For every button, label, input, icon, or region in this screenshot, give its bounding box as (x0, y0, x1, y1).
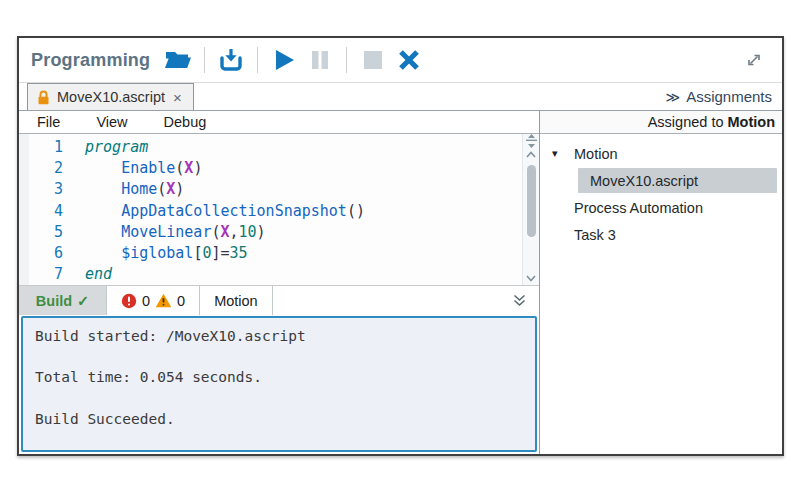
assignments-toggle[interactable]: ≫ Assignments (665, 88, 772, 105)
toolbar-separator (204, 47, 205, 73)
toolbar: Programming (19, 38, 782, 83)
line-number: 4 (29, 201, 63, 222)
pause-icon (309, 49, 331, 71)
code-text[interactable]: program Enable(X) Home(X) AppDataCollect… (77, 134, 522, 285)
screenshot-stage: Programming (0, 0, 800, 495)
tab-motion[interactable]: Motion (200, 286, 273, 315)
line-number: 3 (29, 179, 63, 200)
error-count: 0 (142, 293, 150, 309)
tree-item-label: Motion (574, 146, 618, 162)
editor-scrollbar[interactable] (522, 134, 539, 285)
tree-item-movex10-ascript[interactable]: MoveX10.ascript (578, 168, 777, 193)
line-number-gutter: 1234567 (29, 134, 77, 285)
assigned-to-target: Motion (727, 114, 775, 130)
code-line[interactable]: $iglobal[0]=35 (85, 243, 522, 264)
tree-item-motion[interactable]: ▾Motion (540, 140, 782, 167)
double-chevron-right-icon: ≫ (665, 89, 679, 105)
tab-errors-warnings[interactable]: 0 0 (107, 286, 200, 315)
open-button[interactable] (160, 44, 196, 76)
warning-triangle-icon (155, 293, 172, 308)
stop-button[interactable] (355, 44, 391, 76)
build-tab-label: Build (36, 293, 72, 309)
lock-icon (37, 90, 50, 105)
line-number: 1 (29, 137, 63, 158)
assignments-label: Assignments (686, 88, 772, 105)
line-number: 5 (29, 222, 63, 243)
toolbar-separator (346, 47, 347, 73)
error-circle-icon (121, 293, 137, 309)
tab-label: MoveX10.ascript (57, 89, 165, 105)
code-line[interactable]: AppDataCollectionSnapshot() (85, 201, 522, 222)
check-icon: ✓ (77, 293, 89, 309)
line-number: 2 (29, 158, 63, 179)
code-line[interactable]: Enable(X) (85, 158, 522, 179)
scroll-up-icon[interactable] (526, 148, 536, 161)
menu-file[interactable]: File (37, 114, 60, 130)
split-handle-icon[interactable] (526, 134, 537, 148)
code-line[interactable]: MoveLinear(X,10) (85, 222, 522, 243)
scrollbar-thumb[interactable] (527, 165, 536, 237)
assigned-to-header: Assigned to Motion (540, 111, 782, 134)
tab-close-icon[interactable]: × (172, 89, 183, 106)
tree-item-task-3[interactable]: Task 3 (540, 221, 782, 248)
build-output-log: Build started: /MoveX10.ascript Total ti… (21, 316, 537, 452)
main-area: File View Debug 1234567 program Enable(X… (19, 111, 782, 454)
output-tab-bar: Build ✓ 0 (19, 285, 539, 315)
editor-pane: File View Debug 1234567 program Enable(X… (19, 111, 540, 454)
save-tray-icon (218, 48, 244, 72)
collapse-panel-button[interactable] (512, 293, 527, 308)
tree-item-label: Task 3 (574, 227, 616, 243)
abort-button[interactable] (391, 44, 427, 76)
x-icon (397, 48, 421, 72)
assignments-tree: ▾MotionMoveX10.ascriptProcess Automation… (540, 134, 782, 248)
assignments-pane: Assigned to Motion ▾MotionMoveX10.ascrip… (540, 111, 782, 454)
document-tab-bar: MoveX10.ascript × ≫ Assignments (19, 83, 782, 111)
tree-expander-icon[interactable]: ▾ (552, 147, 574, 160)
motion-tab-label: Motion (214, 293, 258, 309)
tree-item-label: MoveX10.ascript (590, 173, 698, 189)
programming-window: Programming (17, 36, 784, 456)
pause-button[interactable] (302, 44, 338, 76)
toolbar-separator (257, 47, 258, 73)
line-number: 7 (29, 264, 63, 285)
editor-margin (19, 134, 29, 285)
build-output-wrap: Build started: /MoveX10.ascript Total ti… (19, 315, 539, 454)
expand-window-button[interactable] (736, 44, 772, 76)
assigned-to-prefix: Assigned to (648, 114, 724, 130)
warning-count: 0 (177, 293, 185, 309)
scroll-down-icon[interactable] (526, 272, 536, 285)
code-line[interactable]: program (85, 137, 522, 158)
stop-icon (363, 50, 383, 70)
double-chevron-down-icon (512, 293, 527, 308)
tab-movex10-ascript[interactable]: MoveX10.ascript × (27, 83, 194, 110)
tree-item-label: Process Automation (574, 200, 703, 216)
folder-open-icon (164, 49, 192, 71)
tab-build[interactable]: Build ✓ (19, 286, 107, 315)
line-number: 6 (29, 243, 63, 264)
expand-diagonal-icon (745, 51, 763, 69)
save-button[interactable] (213, 44, 249, 76)
code-line[interactable]: Home(X) (85, 179, 522, 200)
code-line[interactable]: end (85, 264, 522, 285)
menu-view[interactable]: View (96, 114, 127, 130)
code-editor[interactable]: 1234567 program Enable(X) Home(X) AppDat… (19, 134, 539, 285)
menu-bar: File View Debug (19, 111, 539, 134)
play-icon (272, 48, 296, 72)
run-button[interactable] (266, 44, 302, 76)
tree-item-process-automation[interactable]: Process Automation (540, 194, 782, 221)
menu-debug[interactable]: Debug (164, 114, 207, 130)
page-title: Programming (31, 50, 150, 71)
